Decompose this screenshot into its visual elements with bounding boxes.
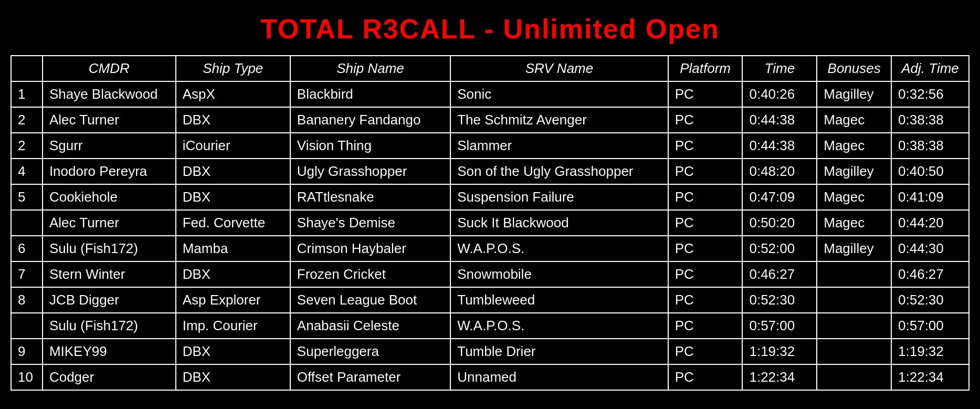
cell-ship-name: Ugly Grasshopper <box>290 159 450 184</box>
cell-ship-name: Anabasii Celeste <box>290 313 450 339</box>
header-adj-time: Adj. Time <box>891 56 969 81</box>
cell-ship-name: Shaye's Demise <box>290 210 450 236</box>
header-rank <box>11 56 43 81</box>
table-row: 6Sulu (Fish172)MambaCrimson HaybalerW.A.… <box>11 236 969 261</box>
cell-bonuses <box>817 261 891 287</box>
cell-platform: PC <box>668 364 743 390</box>
table-row: Sulu (Fish172)Imp. CourierAnabasii Celes… <box>11 313 969 339</box>
cell-ship-type: AspX <box>176 81 290 107</box>
cell-bonuses: Magilley <box>817 159 891 184</box>
cell-rank: 2 <box>11 107 43 133</box>
header-srv-name: SRV Name <box>450 56 668 81</box>
cell-ship-type: DBX <box>176 184 290 210</box>
cell-cmdr: MIKEY99 <box>43 339 176 364</box>
cell-srv-name: Suspension Failure <box>450 184 668 210</box>
cell-platform: PC <box>668 107 743 133</box>
cell-rank: 7 <box>11 261 43 287</box>
cell-adj-time: 0:40:50 <box>891 159 969 184</box>
cell-platform: PC <box>668 236 743 261</box>
cell-bonuses: Magec <box>817 133 891 159</box>
table-row: Alec TurnerFed. CorvetteShaye's DemiseSu… <box>11 210 969 236</box>
cell-srv-name: Slammer <box>450 133 668 159</box>
cell-rank: 9 <box>11 339 43 364</box>
cell-srv-name: The Schmitz Avenger <box>450 107 668 133</box>
page-container: TOTAL R3CALL - Unlimited Open CMDR Ship … <box>0 0 980 401</box>
cell-ship-name: Blackbird <box>290 81 450 107</box>
table-row: 2Alec TurnerDBXBananery FandangoThe Schm… <box>11 107 969 133</box>
header-ship-type: Ship Type <box>176 56 290 81</box>
table-row: 1Shaye BlackwoodAspXBlackbirdSonicPC0:40… <box>11 81 969 107</box>
cell-bonuses: Magec <box>817 210 891 236</box>
cell-rank: 4 <box>11 159 43 184</box>
cell-cmdr: JCB Digger <box>43 287 176 313</box>
cell-platform: PC <box>668 133 743 159</box>
cell-ship-type: DBX <box>176 261 290 287</box>
cell-platform: PC <box>668 81 743 107</box>
cell-adj-time: 0:38:38 <box>891 107 969 133</box>
cell-cmdr: Stern Winter <box>43 261 176 287</box>
header-platform: Platform <box>668 56 743 81</box>
cell-bonuses <box>817 339 891 364</box>
cell-cmdr: Alec Turner <box>43 107 176 133</box>
cell-time: 0:50:20 <box>742 210 817 236</box>
cell-platform: PC <box>668 210 743 236</box>
cell-platform: PC <box>668 287 743 313</box>
cell-rank: 2 <box>11 133 43 159</box>
cell-ship-type: Fed. Corvette <box>176 210 290 236</box>
cell-ship-type: DBX <box>176 364 290 390</box>
cell-rank <box>11 210 43 236</box>
table-row: 9MIKEY99DBXSuperleggeraTumble DrierPC1:1… <box>11 339 969 364</box>
cell-srv-name: Tumble Drier <box>450 339 668 364</box>
cell-ship-type: Asp Explorer <box>176 287 290 313</box>
cell-adj-time: 0:46:27 <box>891 261 969 287</box>
cell-bonuses <box>817 313 891 339</box>
table-row: 7Stern WinterDBXFrozen CricketSnowmobile… <box>11 261 969 287</box>
cell-platform: PC <box>668 313 743 339</box>
cell-rank: 10 <box>11 364 43 390</box>
header-cmdr: CMDR <box>43 56 176 81</box>
header-time: Time <box>742 56 817 81</box>
cell-cmdr: Cookiehole <box>43 184 176 210</box>
cell-ship-type: Imp. Courier <box>176 313 290 339</box>
cell-adj-time: 0:52:30 <box>891 287 969 313</box>
cell-ship-name: Seven League Boot <box>290 287 450 313</box>
cell-ship-name: Crimson Haybaler <box>290 236 450 261</box>
cell-ship-name: Frozen Cricket <box>290 261 450 287</box>
cell-time: 0:52:30 <box>742 287 817 313</box>
cell-rank: 1 <box>11 81 43 107</box>
cell-ship-name: RATtlesnake <box>290 184 450 210</box>
cell-cmdr: Shaye Blackwood <box>43 81 176 107</box>
cell-ship-type: iCourier <box>176 133 290 159</box>
table-row: 10CodgerDBXOffset ParameterUnnamedPC1:22… <box>11 364 969 390</box>
table-row: 5CookieholeDBXRATtlesnakeSuspension Fail… <box>11 184 969 210</box>
cell-adj-time: 0:32:56 <box>891 81 969 107</box>
table-row: 8JCB DiggerAsp ExplorerSeven League Boot… <box>11 287 969 313</box>
cell-platform: PC <box>668 261 743 287</box>
cell-bonuses <box>817 287 891 313</box>
cell-cmdr: Sulu (Fish172) <box>43 313 176 339</box>
cell-rank: 6 <box>11 236 43 261</box>
cell-adj-time: 1:22:34 <box>891 364 969 390</box>
cell-cmdr: Alec Turner <box>43 210 176 236</box>
cell-adj-time: 0:44:30 <box>891 236 969 261</box>
cell-time: 0:40:26 <box>742 81 817 107</box>
cell-time: 0:46:27 <box>742 261 817 287</box>
cell-time: 0:48:20 <box>742 159 817 184</box>
cell-time: 0:47:09 <box>742 184 817 210</box>
header-ship-name: Ship Name <box>290 56 450 81</box>
cell-rank <box>11 313 43 339</box>
cell-time: 1:19:32 <box>742 339 817 364</box>
cell-platform: PC <box>668 159 743 184</box>
page-title: TOTAL R3CALL - Unlimited Open <box>10 5 970 55</box>
cell-ship-name: Offset Parameter <box>290 364 450 390</box>
header-bonuses: Bonuses <box>817 56 891 81</box>
cell-ship-name: Superleggera <box>290 339 450 364</box>
cell-bonuses: Magilley <box>817 236 891 261</box>
cell-time: 0:44:38 <box>742 133 817 159</box>
cell-bonuses <box>817 364 891 390</box>
cell-cmdr: Codger <box>43 364 176 390</box>
cell-bonuses: Magec <box>817 107 891 133</box>
cell-cmdr: Sulu (Fish172) <box>43 236 176 261</box>
cell-time: 0:44:38 <box>742 107 817 133</box>
cell-ship-name: Bananery Fandango <box>290 107 450 133</box>
